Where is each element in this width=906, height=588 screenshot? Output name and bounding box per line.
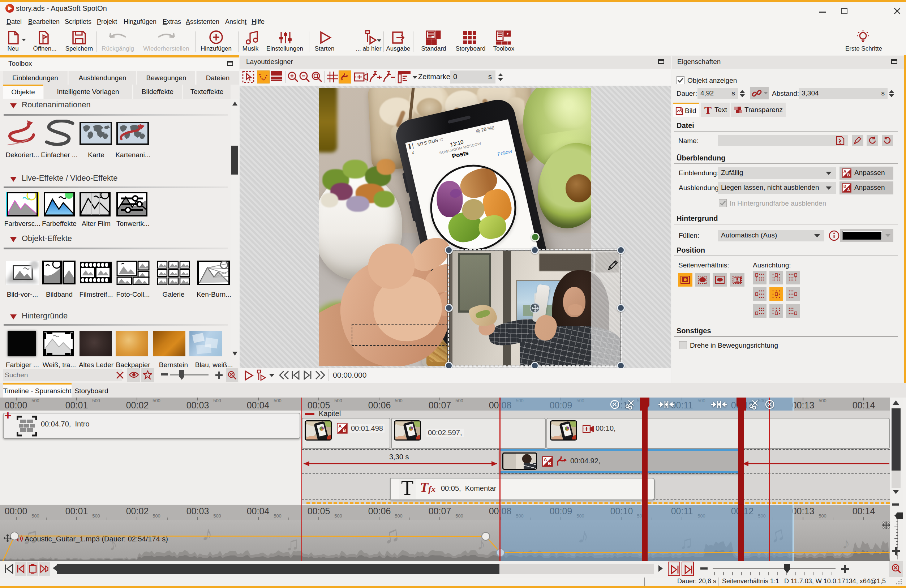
svg-text:A: A (339, 424, 342, 429)
svg-text:B: B (847, 173, 850, 177)
svg-text:B: B (844, 184, 846, 188)
svg-text:A: A (544, 457, 547, 462)
svg-text:B: B (343, 428, 346, 433)
svg-text:A: A (844, 169, 846, 174)
svg-text:B: B (548, 461, 551, 466)
svg-text:A: A (847, 188, 850, 192)
